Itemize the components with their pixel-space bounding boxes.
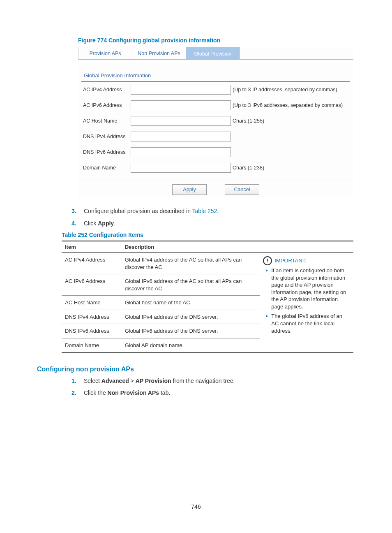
- field-ac-ipv4: AC IPv4 Address (Up to 3 IP addresses, s…: [78, 82, 353, 97]
- cell-item: AC IPv6 Address: [62, 274, 122, 296]
- step-text: Configure global provision as described …: [84, 208, 192, 214]
- col-important: [260, 241, 353, 253]
- nav-ap-provision: AP Provision: [136, 378, 171, 384]
- ac-ipv6-input[interactable]: [131, 100, 231, 110]
- important-note: ! IMPORTANT: If an item is configured on…: [260, 253, 353, 353]
- step-1: 1. Select Advanced > AP Provision from t…: [71, 377, 355, 385]
- field-ac-hostname: AC Host Name Chars.(1-255): [78, 113, 353, 129]
- step-text: Select: [84, 378, 101, 384]
- dns-ipv6-input[interactable]: [131, 147, 231, 157]
- field-label: AC IPv4 Address: [83, 87, 131, 93]
- domain-name-input[interactable]: [131, 163, 231, 173]
- field-ac-ipv6: AC IPv6 Address (Up to 3 IPv6 addresses,…: [78, 97, 353, 113]
- panel-title: Global Provision Information: [84, 72, 353, 79]
- apply-button[interactable]: Apply: [172, 184, 207, 195]
- step-text: .: [114, 220, 115, 227]
- field-label: DNS IPv6 Address: [83, 149, 131, 155]
- field-dns-ipv4: DNS IPv4 Address: [78, 129, 353, 144]
- table-252-link[interactable]: Table 252: [192, 208, 217, 214]
- field-label: AC IPv6 Address: [83, 102, 131, 108]
- cell-desc: Global IPv6 address of the AC so that al…: [122, 274, 260, 296]
- step-number: 4.: [71, 220, 76, 228]
- cell-item: DNS IPv6 Address: [62, 324, 122, 338]
- cell-item: AC Host Name: [62, 296, 122, 310]
- step-number: 1.: [71, 377, 76, 385]
- col-item: Item: [62, 241, 122, 253]
- page-number: 746: [0, 503, 392, 510]
- step-number: 3.: [71, 207, 76, 216]
- step-text: >: [129, 378, 136, 384]
- step-text: .: [217, 208, 219, 214]
- apply-bold: Apply: [98, 220, 114, 227]
- step-text: Click the: [84, 389, 108, 396]
- step-2: 2. Click the Non Provision APs tab.: [71, 389, 355, 397]
- field-domain-name: Domain Name Chars.(1-238): [78, 160, 353, 176]
- field-label: DNS IPv4 Address: [83, 134, 131, 139]
- tab-name-bold: Non Provision APs: [108, 389, 159, 396]
- cancel-button[interactable]: Cancel: [225, 184, 259, 195]
- important-icon: !: [263, 256, 272, 265]
- tab-non-provision-aps[interactable]: Non Provision APs: [132, 47, 186, 60]
- step-number: 2.: [71, 389, 76, 397]
- field-hint: (Up to 3 IP addresses, separated by comm…: [233, 87, 337, 93]
- field-hint: (Up to 3 IPv6 addresses, separated by co…: [233, 102, 343, 108]
- important-item: If an item is configured on both the glo…: [271, 267, 350, 310]
- screenshot-panel: Provision APs Non Provision APs Global P…: [78, 47, 353, 197]
- ac-ipv4-input[interactable]: [131, 85, 231, 95]
- tab-bar: Provision APs Non Provision APs Global P…: [78, 47, 353, 60]
- nav-advanced: Advanced: [101, 378, 129, 384]
- cell-item: DNS IPv4 Address: [62, 310, 122, 324]
- important-label: IMPORTANT:: [274, 257, 307, 264]
- field-label: Domain Name: [83, 165, 131, 171]
- cell-desc: Global IPv4 address of the AC so that al…: [122, 253, 260, 274]
- field-hint: Chars.(1-238): [233, 165, 264, 171]
- figure-caption: Figure 774 Configuring global provision …: [78, 37, 355, 44]
- tab-provision-aps[interactable]: Provision APs: [78, 47, 132, 60]
- cell-desc: Global IPv4 address of the DNS server.: [122, 310, 260, 324]
- step-text: Click: [84, 220, 98, 227]
- cell-desc: Global host name of the AC.: [122, 296, 260, 310]
- step-text: from the navigation tree.: [171, 378, 235, 384]
- important-item: The global IPv6 address of an AC cannot …: [271, 313, 350, 334]
- config-table: Item Description AC IPv4 Address Global …: [62, 241, 353, 353]
- tab-global-provision[interactable]: Global Provision: [186, 47, 240, 60]
- cell-item: Domain Name: [62, 338, 122, 353]
- dns-ipv4-input[interactable]: [131, 132, 231, 141]
- cell-desc: Global AP domain name.: [122, 338, 260, 353]
- step-text: tab.: [159, 389, 170, 396]
- cell-item: AC IPv4 Address: [62, 253, 122, 274]
- cell-desc: Global IPv6 address of the DNS server.: [122, 324, 260, 338]
- col-desc: Description: [122, 241, 260, 253]
- field-label: AC Host Name: [83, 118, 131, 124]
- field-dns-ipv6: DNS IPv6 Address: [78, 144, 353, 160]
- table-caption: Table 252 Configuration Items: [62, 232, 355, 238]
- field-hint: Chars.(1-255): [233, 118, 264, 124]
- step-4: 4. Click Apply.: [71, 220, 355, 228]
- section-heading: Configuring non provision APs: [37, 366, 355, 373]
- ac-hostname-input[interactable]: [131, 116, 231, 126]
- step-3: 3. Configure global provision as describ…: [71, 207, 355, 216]
